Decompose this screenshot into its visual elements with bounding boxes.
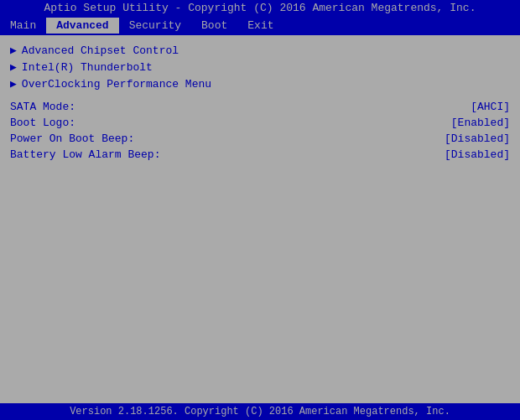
settings-section: SATA Mode:[AHCI]Boot Logo:[Enabled]Power…: [10, 99, 510, 163]
menu-item-main[interactable]: Main: [0, 18, 46, 34]
menu-item-security[interactable]: Security: [119, 18, 191, 34]
setting-label: Power On Boot Beep:: [10, 132, 134, 145]
setting-row[interactable]: SATA Mode:[AHCI]: [10, 99, 510, 115]
setting-row[interactable]: Power On Boot Beep:[Disabled]: [10, 131, 510, 147]
footer-text: Version 2.18.1256. Copyright (C) 2016 Am…: [70, 406, 450, 417]
title-text: Aptio Setup Utility - Copyright (C) 2016…: [44, 2, 476, 14]
arrow-icon: ▶: [10, 77, 17, 91]
submenu-item[interactable]: ▶Intel(R) Thunderbolt: [10, 59, 510, 75]
setting-value[interactable]: [Disabled]: [445, 132, 510, 145]
setting-value[interactable]: [Disabled]: [445, 148, 510, 161]
setting-label: Boot Logo:: [10, 117, 75, 129]
submenu-list: ▶Advanced Chipset Control▶Intel(R) Thund…: [10, 42, 510, 92]
submenu-item[interactable]: ▶OverClocking Performance Menu: [10, 75, 510, 92]
submenu-item[interactable]: ▶Advanced Chipset Control: [10, 42, 510, 59]
setting-value[interactable]: [Enabled]: [451, 117, 510, 129]
setting-value[interactable]: [AHCI]: [471, 101, 510, 113]
menu-item-exit[interactable]: Exit: [237, 18, 283, 34]
arrow-icon: ▶: [10, 60, 17, 74]
submenu-label: OverClocking Performance Menu: [22, 78, 211, 91]
footer: Version 2.18.1256. Copyright (C) 2016 Am…: [0, 402, 520, 420]
setting-label: SATA Mode:: [10, 101, 75, 113]
setting-row[interactable]: Battery Low Alarm Beep:[Disabled]: [10, 147, 510, 163]
submenu-label: Advanced Chipset Control: [22, 44, 179, 57]
content-area: ▶Advanced Chipset Control▶Intel(R) Thund…: [0, 35, 520, 404]
title-bar: Aptio Setup Utility - Copyright (C) 2016…: [0, 0, 520, 16]
arrow-icon: ▶: [10, 44, 17, 57]
setting-row[interactable]: Boot Logo:[Enabled]: [10, 115, 510, 131]
setting-label: Battery Low Alarm Beep:: [10, 148, 160, 161]
menu-bar: MainAdvancedSecurityBootExit: [0, 16, 520, 35]
menu-item-advanced[interactable]: Advanced: [46, 18, 118, 34]
menu-item-boot[interactable]: Boot: [191, 18, 237, 34]
submenu-label: Intel(R) Thunderbolt: [22, 61, 153, 74]
